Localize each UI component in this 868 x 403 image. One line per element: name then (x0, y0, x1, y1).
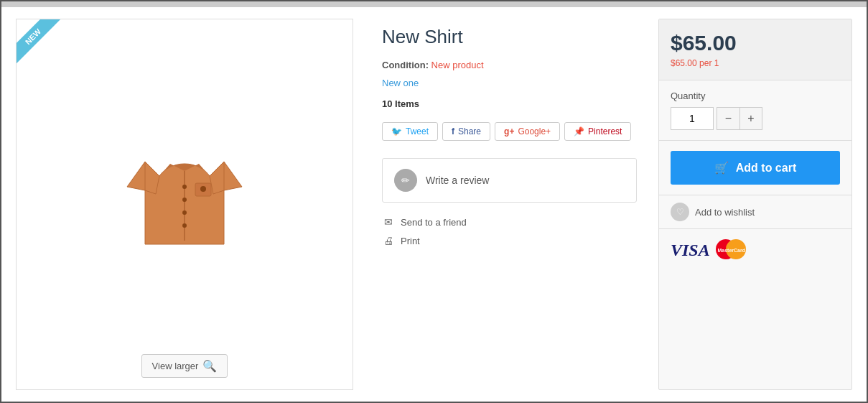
tweet-label: Tweet (406, 126, 429, 136)
condition-label: Condition: (382, 60, 429, 70)
social-buttons: 🐦 Tweet f Share g+ Google+ 📌 Pinterest (382, 122, 637, 141)
print-link[interactable]: 🖨 Print (382, 234, 637, 247)
condition-value: New product (431, 60, 484, 70)
svg-point-2 (182, 198, 187, 202)
printer-icon: 🖨 (382, 234, 395, 247)
print-text: Print (401, 236, 420, 246)
envelope-icon: ✉ (382, 216, 395, 228)
cart-icon: 🛒 (714, 161, 729, 175)
googleplus-button[interactable]: g+ Google+ (495, 122, 560, 141)
main-price: $65.00 (671, 31, 840, 55)
facebook-icon: f (452, 126, 454, 136)
facebook-share-button[interactable]: f Share (442, 122, 490, 141)
product-title: New Shirt (382, 26, 637, 48)
top-bar (1, 1, 867, 7)
product-image (106, 108, 263, 266)
quantity-decrease-button[interactable]: − (717, 107, 739, 130)
add-to-cart-label: Add to cart (736, 162, 796, 175)
per-unit-price: $65.00 per 1 (671, 58, 840, 68)
heart-icon: ♡ (671, 203, 689, 221)
price-panel: $65.00 $65.00 per 1 Quantity − + 🛒 Add t… (658, 19, 852, 390)
pinterest-button[interactable]: 📌 Pinterest (564, 122, 631, 141)
svg-point-1 (182, 185, 187, 189)
share-label: Share (458, 126, 481, 136)
new-badge: NEW (17, 19, 74, 77)
price-section: $65.00 $65.00 per 1 (659, 19, 851, 80)
quantity-input[interactable] (671, 107, 714, 130)
mastercard-logo: MasterCard (716, 239, 747, 261)
write-review-box[interactable]: ✏ Write a review (382, 158, 637, 203)
pinterest-label: Pinterest (588, 126, 622, 136)
main-content: NEW (1, 7, 867, 402)
pencil-icon: ✏ (394, 169, 417, 192)
condition-line: Condition: New product (382, 60, 637, 70)
send-to-friend-text: Send to a friend (401, 217, 467, 228)
view-larger-button[interactable]: View larger 🔍 (141, 354, 228, 378)
image-panel: NEW (16, 19, 353, 390)
svg-point-3 (182, 210, 187, 215)
action-links: ✉ Send to a friend 🖨 Print (382, 216, 637, 247)
wishlist-text: Add to wishlist (695, 207, 755, 218)
mastercard-text: MasterCard (717, 248, 745, 253)
twitter-icon: 🐦 (391, 126, 402, 136)
quantity-control: − + (671, 107, 840, 130)
tweet-button[interactable]: 🐦 Tweet (382, 122, 438, 141)
review-text: Write a review (426, 175, 489, 186)
add-to-wishlist-section[interactable]: ♡ Add to wishlist (659, 195, 851, 229)
product-description: New one (382, 78, 637, 88)
quantity-label: Quantity (671, 91, 840, 101)
zoom-icon: 🔍 (202, 359, 217, 373)
product-details: New Shirt Condition: New product New one… (368, 19, 644, 390)
stock-info: 10 Items (382, 98, 637, 109)
googleplus-icon: g+ (504, 126, 514, 136)
svg-point-6 (200, 186, 206, 192)
visa-logo: VISA (671, 241, 710, 260)
quantity-increase-button[interactable]: + (739, 107, 762, 130)
payment-section: VISA MasterCard (659, 229, 851, 271)
quantity-section: Quantity − + (659, 80, 851, 141)
pinterest-icon: 📌 (574, 126, 584, 136)
product-image-container (91, 19, 278, 354)
page-wrapper: NEW (0, 0, 868, 403)
new-badge-text: NEW (17, 19, 61, 65)
add-to-cart-button[interactable]: 🛒 Add to cart (671, 151, 840, 185)
svg-point-4 (182, 223, 187, 228)
googleplus-label: Google+ (518, 126, 551, 136)
add-to-cart-section: 🛒 Add to cart (659, 141, 851, 195)
view-larger-label: View larger (152, 361, 199, 371)
send-to-friend-link[interactable]: ✉ Send to a friend (382, 216, 637, 228)
